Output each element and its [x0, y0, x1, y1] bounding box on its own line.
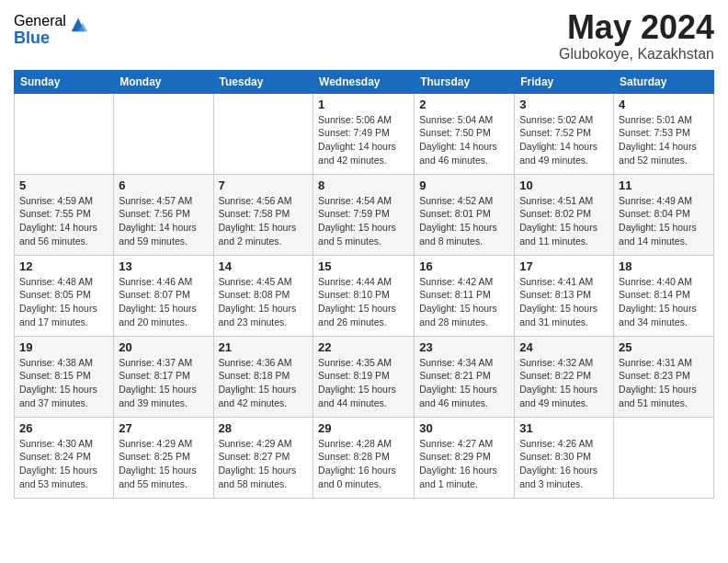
day-number: 8 [318, 178, 409, 192]
col-friday: Friday [515, 70, 614, 93]
day-number: 26 [19, 421, 108, 435]
day-number: 12 [19, 259, 108, 273]
table-row: 17Sunrise: 4:41 AMSunset: 8:13 PMDayligh… [515, 255, 614, 336]
day-info: Sunrise: 4:35 AMSunset: 8:19 PMDaylight:… [318, 356, 409, 410]
day-info: Sunrise: 4:31 AMSunset: 8:23 PMDaylight:… [619, 356, 709, 410]
day-info: Sunrise: 5:06 AMSunset: 7:49 PMDaylight:… [318, 113, 409, 167]
day-info: Sunrise: 4:54 AMSunset: 7:59 PMDaylight:… [318, 194, 409, 248]
day-number: 6 [119, 178, 208, 192]
calendar-week-row: 19Sunrise: 4:38 AMSunset: 8:15 PMDayligh… [15, 336, 714, 417]
logo-text: General Blue [14, 13, 66, 47]
day-number: 31 [519, 421, 609, 435]
day-number: 4 [619, 98, 709, 111]
day-info: Sunrise: 4:37 AMSunset: 8:17 PMDaylight:… [119, 356, 208, 410]
table-row: 19Sunrise: 4:38 AMSunset: 8:15 PMDayligh… [15, 336, 114, 417]
day-number: 1 [318, 98, 409, 111]
day-number: 11 [619, 178, 709, 192]
day-number: 28 [219, 421, 309, 435]
title-block: May 2024 Glubokoye, Kazakhstan [559, 9, 714, 63]
col-monday: Monday [114, 70, 213, 93]
table-row: 26Sunrise: 4:30 AMSunset: 8:24 PMDayligh… [15, 417, 114, 498]
calendar-table: Sunday Monday Tuesday Wednesday Thursday… [14, 70, 714, 499]
day-info: Sunrise: 4:28 AMSunset: 8:28 PMDaylight:… [318, 437, 409, 491]
table-row [213, 93, 313, 174]
table-row: 12Sunrise: 4:48 AMSunset: 8:05 PMDayligh… [15, 255, 114, 336]
table-row: 6Sunrise: 4:57 AMSunset: 7:56 PMDaylight… [114, 174, 213, 255]
table-row: 7Sunrise: 4:56 AMSunset: 7:58 PMDaylight… [213, 174, 313, 255]
table-row: 1Sunrise: 5:06 AMSunset: 7:49 PMDaylight… [313, 93, 415, 174]
table-row: 8Sunrise: 4:54 AMSunset: 7:59 PMDaylight… [313, 174, 415, 255]
table-row: 27Sunrise: 4:29 AMSunset: 8:25 PMDayligh… [114, 417, 213, 498]
day-number: 29 [318, 421, 409, 435]
day-number: 25 [619, 340, 709, 354]
logo-icon [68, 15, 88, 35]
calendar-week-row: 1Sunrise: 5:06 AMSunset: 7:49 PMDaylight… [15, 93, 714, 174]
day-number: 2 [419, 98, 509, 111]
table-row: 25Sunrise: 4:31 AMSunset: 8:23 PMDayligh… [614, 336, 714, 417]
calendar-header-row: Sunday Monday Tuesday Wednesday Thursday… [15, 70, 714, 93]
table-row: 22Sunrise: 4:35 AMSunset: 8:19 PMDayligh… [313, 336, 415, 417]
day-info: Sunrise: 4:41 AMSunset: 8:13 PMDaylight:… [519, 275, 609, 329]
day-number: 21 [219, 340, 309, 354]
day-number: 27 [119, 421, 208, 435]
day-info: Sunrise: 4:57 AMSunset: 7:56 PMDaylight:… [119, 194, 208, 248]
logo-blue: Blue [14, 29, 66, 48]
table-row: 5Sunrise: 4:59 AMSunset: 7:55 PMDaylight… [15, 174, 114, 255]
table-row: 2Sunrise: 5:04 AMSunset: 7:50 PMDaylight… [415, 93, 515, 174]
day-info: Sunrise: 4:56 AMSunset: 7:58 PMDaylight:… [219, 194, 309, 248]
col-tuesday: Tuesday [213, 70, 313, 93]
calendar-week-row: 5Sunrise: 4:59 AMSunset: 7:55 PMDaylight… [15, 174, 714, 255]
table-row [15, 93, 114, 174]
table-row: 29Sunrise: 4:28 AMSunset: 8:28 PMDayligh… [313, 417, 415, 498]
table-row: 14Sunrise: 4:45 AMSunset: 8:08 PMDayligh… [213, 255, 313, 336]
col-thursday: Thursday [415, 70, 515, 93]
day-info: Sunrise: 4:51 AMSunset: 8:02 PMDaylight:… [519, 194, 609, 248]
day-number: 17 [519, 259, 609, 273]
table-row: 16Sunrise: 4:42 AMSunset: 8:11 PMDayligh… [415, 255, 515, 336]
table-row: 3Sunrise: 5:02 AMSunset: 7:52 PMDaylight… [515, 93, 614, 174]
table-row: 21Sunrise: 4:36 AMSunset: 8:18 PMDayligh… [213, 336, 313, 417]
page: General Blue May 2024 Glubokoye, Kazakhs… [0, 0, 728, 563]
day-info: Sunrise: 4:42 AMSunset: 8:11 PMDaylight:… [419, 275, 509, 329]
day-info: Sunrise: 4:29 AMSunset: 8:27 PMDaylight:… [219, 437, 309, 491]
col-wednesday: Wednesday [313, 70, 415, 93]
day-info: Sunrise: 4:59 AMSunset: 7:55 PMDaylight:… [19, 194, 108, 248]
day-number: 14 [219, 259, 309, 273]
day-info: Sunrise: 4:38 AMSunset: 8:15 PMDaylight:… [19, 356, 108, 410]
day-info: Sunrise: 4:40 AMSunset: 8:14 PMDaylight:… [619, 275, 709, 329]
table-row: 28Sunrise: 4:29 AMSunset: 8:27 PMDayligh… [213, 417, 313, 498]
table-row: 24Sunrise: 4:32 AMSunset: 8:22 PMDayligh… [515, 336, 614, 417]
day-info: Sunrise: 4:26 AMSunset: 8:30 PMDaylight:… [519, 437, 609, 491]
day-info: Sunrise: 4:27 AMSunset: 8:29 PMDaylight:… [419, 437, 509, 491]
day-number: 30 [419, 421, 509, 435]
header: General Blue May 2024 Glubokoye, Kazakhs… [14, 9, 714, 63]
day-info: Sunrise: 4:52 AMSunset: 8:01 PMDaylight:… [419, 194, 509, 248]
day-number: 15 [318, 259, 409, 273]
day-info: Sunrise: 5:01 AMSunset: 7:53 PMDaylight:… [619, 113, 709, 167]
day-number: 13 [119, 259, 208, 273]
day-number: 19 [19, 340, 108, 354]
day-info: Sunrise: 4:44 AMSunset: 8:10 PMDaylight:… [318, 275, 409, 329]
day-info: Sunrise: 4:34 AMSunset: 8:21 PMDaylight:… [419, 356, 509, 410]
table-row: 20Sunrise: 4:37 AMSunset: 8:17 PMDayligh… [114, 336, 213, 417]
day-info: Sunrise: 4:45 AMSunset: 8:08 PMDaylight:… [219, 275, 309, 329]
table-row: 18Sunrise: 4:40 AMSunset: 8:14 PMDayligh… [614, 255, 714, 336]
logo-general: General [14, 13, 66, 29]
day-info: Sunrise: 4:32 AMSunset: 8:22 PMDaylight:… [519, 356, 609, 410]
day-info: Sunrise: 4:46 AMSunset: 8:07 PMDaylight:… [119, 275, 208, 329]
calendar-week-row: 26Sunrise: 4:30 AMSunset: 8:24 PMDayligh… [15, 417, 714, 498]
table-row: 15Sunrise: 4:44 AMSunset: 8:10 PMDayligh… [313, 255, 415, 336]
day-info: Sunrise: 4:49 AMSunset: 8:04 PMDaylight:… [619, 194, 709, 248]
day-number: 16 [419, 259, 509, 273]
day-number: 9 [419, 178, 509, 192]
title-location: Glubokoye, Kazakhstan [559, 46, 714, 63]
day-number: 5 [19, 178, 108, 192]
day-info: Sunrise: 5:02 AMSunset: 7:52 PMDaylight:… [519, 113, 609, 167]
day-info: Sunrise: 4:29 AMSunset: 8:25 PMDaylight:… [119, 437, 208, 491]
table-row: 4Sunrise: 5:01 AMSunset: 7:53 PMDaylight… [614, 93, 714, 174]
day-number: 18 [619, 259, 709, 273]
table-row [114, 93, 213, 174]
col-saturday: Saturday [614, 70, 714, 93]
logo: General Blue [14, 13, 88, 47]
calendar-week-row: 12Sunrise: 4:48 AMSunset: 8:05 PMDayligh… [15, 255, 714, 336]
